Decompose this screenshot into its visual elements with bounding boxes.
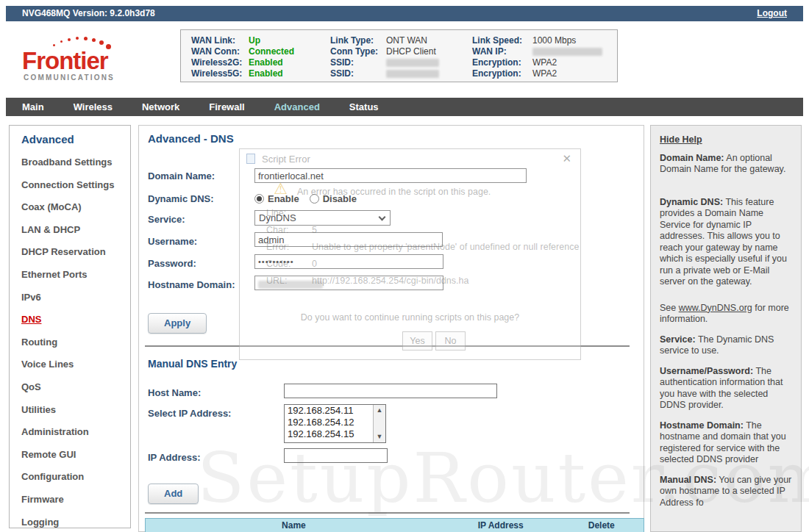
page-title: Advanced - DNS (148, 132, 234, 145)
ip-option[interactable]: 192.168.254.12 (285, 417, 385, 428)
dyndns-link[interactable]: www.DynDNS.org (679, 303, 752, 313)
sidebar-item-firmware[interactable]: Firmware (21, 494, 130, 505)
host-name-label: Host Name: (148, 387, 201, 398)
nav-tab-firewall[interactable]: Firewall (209, 101, 244, 112)
logo-dot (92, 38, 96, 42)
router-admin-page: Logout NVG468MQ Version: 9.2.0h3d78 Fron… (0, 0, 809, 532)
dialog-question: Do you want to continue running scripts … (240, 312, 580, 323)
redacted-wan-ip-value (532, 48, 602, 56)
status-label: Wireless5G: (191, 68, 249, 79)
dialog-field-value: 5 (312, 225, 317, 235)
help-term: Domain Name: (660, 153, 724, 163)
dialog-field-value: 0 (312, 259, 317, 269)
ip-option[interactable]: 192.168.254.15 (285, 428, 385, 440)
status-label: WAN IP: (472, 46, 532, 57)
sidebar-item-remote-gui[interactable]: Remote GUI (21, 449, 130, 460)
sidebar-item-coax-moca[interactable]: Coax (MoCA) (21, 201, 130, 212)
logout-link[interactable]: Logout (757, 6, 787, 21)
select-ip-label: Select IP Address: (148, 408, 231, 419)
sidebar-item-logging[interactable]: Logging (21, 517, 130, 528)
dialog-title: Script Error (262, 154, 310, 165)
help-term: Dynamic DNS: (660, 197, 723, 207)
redacted-ssid-value (386, 70, 439, 78)
status-value: DHCP Client (386, 46, 436, 57)
host-name-input[interactable] (284, 384, 497, 398)
scroll-up-icon[interactable]: ▲ (374, 405, 385, 416)
dialog-field-label: URL: (266, 276, 312, 286)
status-label: Encryption: (472, 68, 532, 79)
sidebar-item-dhcp-reservation[interactable]: DHCP Reservation (21, 246, 130, 257)
scroll-down-icon[interactable]: ▼ (374, 431, 385, 442)
help-term: Manual DNS: (660, 475, 716, 485)
help-term: Hostname Domain: (660, 420, 744, 431)
nav-tab-status[interactable]: Status (349, 101, 379, 112)
script-error-icon (246, 154, 255, 164)
no-button[interactable]: No (435, 331, 466, 351)
sidebar-item-routing[interactable]: Routing (21, 337, 130, 348)
username-label: Username: (148, 236, 197, 247)
hide-help-link[interactable]: Hide Help (660, 134, 794, 146)
password-label: Password: (148, 258, 196, 269)
status-column: Link Speed:1000 Mbps WAN IP: Encryption:… (472, 35, 602, 79)
manual-dns-table-header: Name IP Address Delete (145, 518, 644, 532)
sidebar-item-lan-dhcp[interactable]: LAN & DHCP (21, 224, 130, 235)
title-bar: Logout NVG468MQ Version: 9.2.0h3d78 (6, 6, 803, 21)
logo-dot (76, 37, 79, 40)
nav-tab-main[interactable]: Main (22, 101, 44, 112)
column-header-ip-address: IP Address (442, 519, 560, 532)
sidebar-item-broadband-settings[interactable]: Broadband Settings (21, 157, 130, 168)
ip-address-input[interactable] (284, 448, 388, 463)
wan-status-box: WAN Link:Up WAN Conn:Connected Wireless2… (180, 29, 618, 82)
hostname-domain-label: Hostname Domain: (148, 279, 235, 290)
nav-tab-advanced[interactable]: Advanced (274, 101, 320, 112)
help-panel: Hide Help Domain Name: An optional Domai… (650, 125, 802, 532)
dialog-field-value: Unable to get property 'parentNode' of u… (312, 242, 579, 252)
column-header-delete: Delete (560, 519, 644, 532)
status-label: SSID: (330, 57, 386, 68)
nav-tab-network[interactable]: Network (142, 101, 179, 112)
dialog-field-label: Error: (266, 242, 312, 252)
script-error-dialog: Script Error ✕ ⚠ An error has occurred i… (239, 148, 581, 360)
help-term: Username/Password: (660, 366, 753, 376)
dialog-message: An error has occurred in the script on t… (297, 187, 491, 197)
sidebar-item-configuration[interactable]: Configuration (21, 471, 130, 482)
column-header-name: Name (146, 519, 442, 532)
logo-brand-text: Frontier (22, 47, 108, 75)
close-icon[interactable]: ✕ (562, 152, 571, 165)
manual-dns-heading: Manual DNS Entry (148, 358, 237, 370)
status-column: Link Type:ONT WAN Conn Type:DHCP Client … (330, 35, 439, 79)
yes-button[interactable]: Yes (402, 331, 432, 351)
add-button[interactable]: Add (148, 484, 199, 504)
service-label: Service: (148, 214, 185, 225)
ip-address-listbox[interactable]: 192.168.254.11 192.168.254.12 192.168.25… (284, 404, 386, 443)
help-text: This feature provides a Domain Name Serv… (660, 197, 787, 287)
dialog-title-bar: Script Error ✕ (240, 149, 580, 168)
status-label: Link Speed: (472, 35, 532, 46)
status-label: WAN Link: (191, 35, 249, 46)
listbox-scrollbar[interactable]: ▲ ▼ (373, 405, 385, 442)
sidebar-heading: Advanced (21, 133, 130, 145)
sidebar-item-utilities[interactable]: Utilities (21, 404, 130, 415)
logo-dot (53, 44, 55, 46)
sidebar-item-administration[interactable]: Administration (21, 426, 130, 437)
dialog-field-value: http://192.168.254.254/cgi-bin/ddns.ha (312, 276, 468, 286)
ip-option[interactable]: 192.168.254.11 (285, 405, 385, 417)
apply-button[interactable]: Apply (148, 313, 207, 334)
logo-tagline: COMMUNICATIONS (24, 73, 115, 82)
status-value: Enabled (249, 68, 283, 79)
ip-address-label: IP Address: (148, 452, 201, 463)
logo-dot (68, 38, 71, 41)
advanced-sidebar: Advanced Broadband Settings Connection S… (9, 125, 131, 528)
help-text: See (660, 303, 679, 313)
sidebar-item-ipv6[interactable]: IPv6 (21, 292, 130, 303)
status-label: SSID: (330, 68, 386, 79)
sidebar-item-qos[interactable]: QoS (21, 381, 130, 392)
status-value: ONT WAN (386, 35, 427, 46)
sidebar-item-connection-settings[interactable]: Connection Settings (21, 179, 130, 190)
nav-tab-wireless[interactable]: Wireless (74, 101, 113, 112)
status-label: Encryption: (472, 57, 532, 68)
sidebar-item-dns[interactable]: DNS (21, 314, 130, 325)
sidebar-item-ethernet-ports[interactable]: Ethernet Ports (21, 269, 130, 280)
sidebar-item-voice-lines[interactable]: Voice Lines (21, 359, 130, 370)
warning-icon: ⚠ (274, 180, 288, 198)
